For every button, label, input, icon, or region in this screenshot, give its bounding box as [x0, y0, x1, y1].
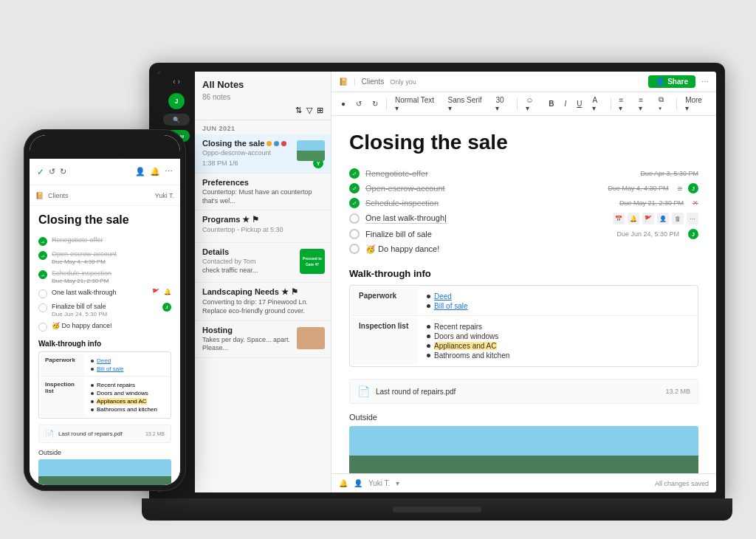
toolbar-bold[interactable]: B	[545, 98, 557, 109]
task-checkbox-empty[interactable]	[349, 244, 360, 254]
phone-task[interactable]: ✓ Open-escrow-account Due May 4, 4:30 PM	[38, 248, 171, 267]
toolbar-indent[interactable]: ≡ ▾	[635, 95, 652, 114]
toolbar-font[interactable]: Sans Serif ▾	[444, 95, 489, 114]
phone-task[interactable]: Finalize bill of sale Due Jun 24, 5:30 P…	[38, 301, 171, 320]
phone-bill-link[interactable]: Bill of sale	[97, 365, 123, 372]
note-thumbnail	[297, 140, 325, 161]
phone-checkbox[interactable]: ✓	[38, 251, 47, 260]
phone-outside-image	[38, 459, 171, 485]
flag-icon[interactable]: 🚩	[642, 213, 654, 224]
phone-notebook-label: Clients	[48, 192, 69, 199]
toolbar-undo[interactable]: ↺	[352, 98, 365, 109]
task-checkbox[interactable]: ✓	[349, 168, 360, 179]
phone-task[interactable]: ✓ Schedule-inspection Due May 21, 2:30 P…	[38, 267, 171, 286]
tag-yellow	[267, 141, 272, 146]
nav-forward[interactable]: ›	[178, 78, 180, 86]
phone-checkbox[interactable]: ✓	[38, 270, 47, 279]
toolbar-color[interactable]: A ▾	[588, 95, 605, 114]
task-more-icon[interactable]: ⋯	[687, 213, 698, 224]
user-task-icon[interactable]: 👤	[657, 213, 669, 224]
phone-person-icon[interactable]: 👤	[135, 167, 145, 176]
trash-icon[interactable]: 🗑	[672, 213, 684, 224]
task-item[interactable]: Finalize bill of sale Due Jun 24, 5:30 P…	[349, 227, 698, 241]
toolbar-text-style[interactable]: Normal Text ▾	[391, 95, 441, 114]
note-item[interactable]: Hosting Takes per day. Space... apart. P…	[195, 321, 331, 358]
toolbar-redo[interactable]: ↻	[368, 98, 382, 109]
toolbar-dot[interactable]: ●	[337, 98, 349, 109]
task-checkbox-empty[interactable]	[349, 229, 360, 239]
task-avatar: J	[688, 183, 698, 193]
task-checkbox-empty[interactable]	[349, 213, 360, 224]
phone-inspection-list: Recent repairs Doors and windows	[91, 381, 165, 413]
nav-back[interactable]: ‹	[173, 78, 175, 86]
toolbar-underline[interactable]: U	[573, 98, 585, 109]
phone-bell-icon[interactable]: 🔔	[150, 167, 160, 176]
task-item-input[interactable]: One last walk-through| 📅 🔔 🚩 👤 🗑 ⋯	[349, 210, 698, 227]
scene: ‹ › J 🔍 + New Note All Notes 86 notes ⇅	[24, 18, 732, 521]
note-item[interactable]: Programs ★ ⚑ Countertop - Pickup at 5:30	[195, 210, 331, 243]
note-item[interactable]: Closing the sale Oppo-descrow-account 1:…	[195, 134, 331, 174]
phone-paperwork-list: Deed Bill of sale	[91, 357, 165, 373]
user-bottombar-icon[interactable]: 👤	[354, 479, 362, 487]
phone-deed-link[interactable]: Deed	[97, 357, 111, 364]
task-checkbox[interactable]: ✓	[349, 198, 360, 208]
phone-checkbox-empty[interactable]	[38, 289, 47, 298]
bell-bottombar-icon[interactable]: 🔔	[339, 479, 348, 487]
toolbar-link[interactable]: ⧉ ▾	[655, 94, 672, 114]
note-item[interactable]: Details Contacted by Tom check traffic n…	[195, 243, 331, 283]
phone-checkbox-empty[interactable]	[38, 303, 47, 312]
task-item[interactable]: ✓ Open-escrow-account Due May 4, 4:30 PM…	[349, 181, 698, 196]
phone-redo-icon[interactable]: ↻	[60, 167, 66, 176]
toolbar-emoji[interactable]: ☺ ▾	[522, 95, 542, 114]
table-content-inspection: Recent repairs Doors and windows	[419, 317, 696, 365]
task-item[interactable]: 🥳 Do happy dance!	[349, 241, 698, 256]
phone-body: ✓ ↺ ↻ 👤 🔔 ⋯ 📔 Clients Yuki T. Closing th…	[24, 129, 186, 491]
filter-icon2[interactable]: ▽	[306, 106, 312, 115]
phone-more-icon[interactable]: ⋯	[165, 167, 173, 176]
table-content-paperwork: Deed Bill of sale	[419, 287, 696, 316]
filter-icon[interactable]: ⇅	[295, 106, 302, 115]
more-options-icon[interactable]: ⋯	[701, 78, 709, 86]
share-button[interactable]: 👤 Share	[648, 75, 695, 88]
task-input-text[interactable]: One last walk-through|	[365, 213, 447, 224]
phone-task[interactable]: 🥳 Do happy dance!	[38, 320, 171, 334]
bell-task-icon[interactable]: 🔔	[628, 213, 639, 224]
bill-of-sale-link[interactable]: Bill of sale	[434, 302, 468, 310]
phone-checkbox[interactable]: ✓	[38, 237, 47, 246]
toolbar-size[interactable]: 30 ▾	[492, 95, 512, 114]
tag-blue	[274, 141, 279, 146]
phone-task-content: One last walk-through	[52, 289, 117, 296]
phone-task-text: 🥳 Do happy dance!	[52, 322, 112, 329]
user-avatar-dark[interactable]: J	[168, 93, 185, 109]
phone-attachment[interactable]: 📄 Last round of repairs.pdf 13.2 MB	[38, 425, 171, 443]
notebook-breadcrumb[interactable]: Clients	[362, 78, 385, 86]
toolbar-list[interactable]: ≡ ▾	[615, 95, 632, 114]
note-item[interactable]: Landscaping Needs ★ ⚑ Converting to drip…	[195, 283, 331, 320]
sky	[349, 426, 698, 456]
search-bar-dark[interactable]: 🔍	[163, 114, 190, 126]
toolbar-more[interactable]: More ▾	[681, 95, 710, 114]
phone-content: Closing the sale ✓ Renegotiote-offer ✓ O…	[30, 206, 180, 485]
grid-icon[interactable]: ⊞	[317, 106, 323, 115]
task-due: Due May 21, 2:30 PM	[619, 199, 684, 207]
phone-list-item: Appliances and AC	[91, 397, 165, 405]
task-item[interactable]: ✓ Renegotiote-offer Due Apr 3, 5:30 PM	[349, 166, 698, 181]
task-checkbox[interactable]: ✓	[349, 183, 360, 193]
bullet	[427, 334, 430, 338]
task-item[interactable]: ✓ Schedule-inspection Due May 21, 2:30 P…	[349, 196, 698, 210]
phone-undo-icon[interactable]: ↺	[49, 167, 55, 176]
phone-checkbox-empty[interactable]	[38, 323, 47, 332]
toolbar-italic[interactable]: I	[560, 98, 570, 109]
phone-table-content: Recent repairs Doors and windows	[86, 378, 169, 416]
phone-pdf-icon: 📄	[45, 430, 54, 438]
phone-list-item: Recent repairs	[91, 381, 165, 389]
phone-check-icon[interactable]: ✓	[37, 167, 44, 177]
deed-link[interactable]: Deed	[434, 292, 452, 301]
phone-task-text: Renegotiote-offer	[52, 236, 103, 244]
note-item[interactable]: Preferences Countertop: Must have an cou…	[195, 174, 331, 210]
phone-task[interactable]: One last walk-through 🚩 🔔	[38, 286, 171, 301]
phone-task[interactable]: ✓ Renegotiote-offer	[38, 234, 171, 248]
attachment-row[interactable]: 📄 Last round of repairs.pdf 13.2 MB	[349, 379, 698, 404]
phone-list-item: Deed	[91, 357, 165, 365]
calendar-icon[interactable]: 📅	[613, 213, 625, 224]
